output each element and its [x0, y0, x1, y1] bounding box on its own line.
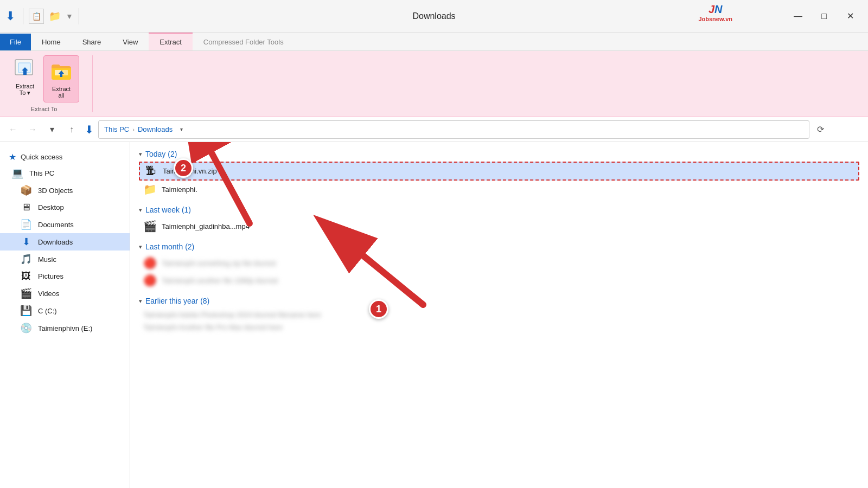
3d-objects-label: 3D Objects [38, 187, 73, 195]
sidebar-item-c-drive[interactable]: 💾 C (C:) [0, 302, 130, 319]
sidebar-item-3d-objects[interactable]: 📦 3D Objects [0, 182, 130, 199]
file-pane-wrapper: ▾ Today (2) 🗜 Taimienphi.vn.zip 📁 Taimie… [130, 142, 868, 488]
chevron-lastmonth: ▾ [139, 243, 142, 251]
breadcrumb-this-pc[interactable]: This PC [104, 125, 129, 133]
sidebar-item-this-pc[interactable]: 💻 This PC [0, 164, 130, 182]
c-drive-icon: 💾 [20, 305, 33, 317]
file-item-blur3[interactable]: Taimienphi Adobe Photoshop 2024 blurred … [139, 309, 859, 321]
blur2-filename: Taimienphi another file 1080p blurred [162, 277, 278, 285]
step1-label: 1 [376, 304, 381, 315]
ribbon-group-extract: ExtractTo ▾ [9, 55, 93, 112]
videos-icon: 🎬 [20, 287, 33, 299]
group-label-lastweek: Last week (1) [145, 206, 191, 214]
blur1-filename: Taimienphi something zip file blurred [162, 259, 276, 267]
pictures-icon: 🖼 [20, 271, 33, 282]
group-header-earlier[interactable]: ▾ Earlier this year (8) [139, 293, 859, 309]
zip-icon: 🗜 [144, 165, 157, 177]
breadcrumb-dropdown[interactable]: ▾ [176, 124, 187, 135]
step1-badge: 1 [369, 299, 388, 319]
tab-home[interactable]: Home [31, 34, 72, 50]
step2-label: 2 [181, 163, 186, 174]
sidebar-item-pictures[interactable]: 🖼 Pictures [0, 268, 130, 285]
downloads-icon: ⬇ [20, 236, 33, 248]
logo-text: Jobsnew.vn [698, 16, 732, 22]
extract-all-icon [49, 59, 73, 86]
e-drive-label: Taimienphivn (E:) [38, 324, 92, 332]
title-bar-controls: JN Jobsnew.vn — □ ✕ [786, 5, 863, 27]
save-icon: ⬇ [5, 9, 15, 23]
file-item-zip[interactable]: 🗜 Taimienphi.vn.zip [139, 162, 859, 181]
up-button[interactable]: ↑ [63, 121, 80, 138]
ribbon-content: ExtractTo ▾ [0, 51, 868, 117]
folder-file-icon: 📁 [143, 183, 156, 196]
quick-access-label[interactable]: ★ Quick access [0, 147, 130, 164]
ribbon: File Home Share View Extract Compressed … [0, 33, 868, 117]
ribbon-tabs: File Home Share View Extract Compressed … [0, 33, 868, 51]
desktop-label: Desktop [38, 203, 64, 211]
extract-to-label: ExtractTo ▾ [16, 83, 34, 97]
tab-share[interactable]: Share [72, 34, 112, 50]
sidebar-item-e-drive[interactable]: 💿 Taimienphivn (E:) [0, 319, 130, 337]
extract-group-label: Extract To [31, 106, 58, 112]
separator-2 [79, 8, 79, 24]
file-group-earlier: ▾ Earlier this year (8) Taimienphi Adobe… [139, 293, 859, 333]
file-group-lastweek: ▾ Last week (1) 🎬 Taimienphi_giadinhba..… [139, 202, 859, 235]
forward-button[interactable]: → [24, 121, 41, 138]
breadcrumb: This PC › Downloads ▾ [98, 120, 809, 139]
sidebar-item-documents[interactable]: 📄 Documents [0, 216, 130, 233]
mp4-icon: 🎬 [143, 220, 156, 233]
logo-jn: JN [698, 3, 732, 16]
recent-locations-button[interactable]: ▾ [43, 121, 61, 138]
group-label-lastmonth: Last month (2) [145, 242, 194, 251]
title-bar: ⬇ 📋 📁 ▼ Downloads JN Jobsnew.vn — □ ✕ [0, 0, 868, 33]
documents-label: Documents [38, 221, 74, 229]
quick-access-text: Quick access [21, 153, 62, 161]
extract-all-button[interactable]: Extractall [43, 55, 79, 102]
this-pc-icon: 💻 [11, 167, 24, 179]
sidebar-item-downloads[interactable]: ⬇ Downloads [0, 233, 130, 251]
file-item-folder[interactable]: 📁 Taimienphi. [139, 181, 859, 198]
tab-file[interactable]: File [0, 34, 31, 50]
folder-icon: 📁 [47, 9, 62, 24]
breadcrumb-downloads[interactable]: Downloads [138, 125, 173, 133]
file-item-mp4[interactable]: 🎬 Taimienphi_giadinhba...mp4 [139, 217, 859, 235]
blur3-filename: Taimienphi Adobe Photoshop 2024 blurred … [143, 311, 321, 319]
desktop-icon: 🖥 [20, 202, 33, 213]
folder-filename: Taimienphi. [162, 185, 197, 194]
tab-view[interactable]: View [112, 34, 149, 50]
breadcrumb-arrow-1: › [132, 126, 135, 133]
file-item-blur2[interactable]: 🔴 Taimienphi another file 1080p blurred [139, 272, 859, 289]
mp4-filename: Taimienphi_giadinhba...mp4 [162, 222, 250, 230]
sidebar-item-videos[interactable]: 🎬 Videos [0, 285, 130, 302]
maximize-button[interactable]: □ [812, 5, 837, 27]
extract-to-button[interactable]: ExtractTo ▾ [9, 55, 41, 102]
breadcrumb-download-icon: ⬇ [85, 123, 94, 136]
ribbon-group-buttons: ExtractTo ▾ [9, 55, 79, 102]
close-button[interactable]: ✕ [838, 5, 863, 27]
group-header-lastmonth[interactable]: ▾ Last month (2) [139, 239, 859, 254]
music-label: Music [38, 255, 56, 264]
music-icon: 🎵 [20, 253, 33, 265]
logo-area: JN Jobsnew.vn [698, 3, 732, 22]
svg-rect-4 [62, 70, 68, 75]
refresh-button[interactable]: ⟳ [812, 121, 829, 138]
group-header-today[interactable]: ▾ Today (2) [139, 146, 859, 162]
downloads-label: Downloads [38, 238, 73, 246]
blur4-filename: Taimienphi Another file Pro Max blurred … [143, 323, 283, 331]
minimize-button[interactable]: — [786, 5, 810, 27]
documents-icon: 📄 [20, 219, 33, 230]
nav-bar: ← → ▾ ↑ ⬇ This PC › Downloads ▾ ⟳ [0, 117, 868, 142]
group-label-earlier: Earlier this year (8) [145, 297, 209, 305]
tab-compressed[interactable]: Compressed Folder Tools [193, 34, 295, 50]
blur1-icon: 🔴 [143, 256, 156, 269]
undo-button[interactable]: 📋 [29, 9, 44, 24]
sidebar-item-desktop[interactable]: 🖥 Desktop [0, 199, 130, 216]
group-header-lastweek[interactable]: ▾ Last week (1) [139, 202, 859, 217]
file-item-blur1[interactable]: 🔴 Taimienphi something zip file blurred [139, 254, 859, 272]
back-button[interactable]: ← [4, 121, 22, 138]
file-item-blur4[interactable]: Taimienphi Another file Pro Max blurred … [139, 321, 859, 333]
tab-extract[interactable]: Extract [149, 33, 192, 50]
group-label-today: Today (2) [145, 150, 177, 158]
logo-j: J [709, 3, 714, 15]
sidebar-item-music[interactable]: 🎵 Music [0, 251, 130, 268]
